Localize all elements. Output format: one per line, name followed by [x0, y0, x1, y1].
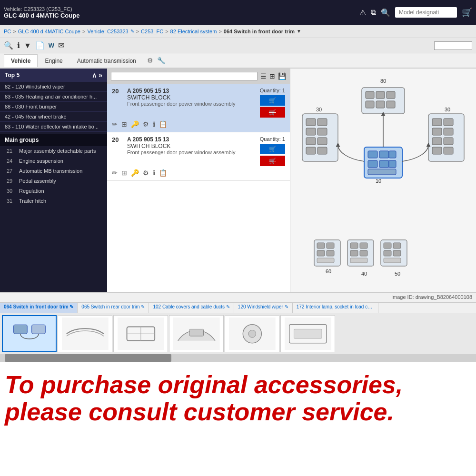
- part-desc-2: Front passenger door power window assemb…: [127, 149, 256, 155]
- svg-rect-35: [317, 243, 325, 248]
- svg-rect-49: [384, 250, 391, 256]
- thumb-label-1[interactable]: 065 Switch in rear door trim ✎: [78, 303, 149, 313]
- breadcrumb-dropdown[interactable]: ▼: [297, 29, 301, 34]
- nav-settings-icon[interactable]: ⚙: [147, 57, 153, 64]
- tab-engine[interactable]: Engine: [38, 54, 69, 67]
- thumb-label-4[interactable]: 172 Interior lamp, socket in load compar…: [293, 303, 378, 313]
- svg-rect-5: [366, 101, 374, 108]
- sidebar-group-item-29[interactable]: 29 Pedal assembly: [0, 176, 107, 186]
- svg-rect-13: [306, 138, 316, 145]
- svg-rect-36: [327, 243, 334, 248]
- thumb-img-2[interactable]: [113, 315, 168, 352]
- svg-rect-41: [350, 243, 358, 248]
- parts-save-icon[interactable]: 💾: [278, 72, 286, 80]
- part-details-1: A 205 905 15 13 SWITCH BLOCK Front passe…: [127, 88, 256, 107]
- thumb-label-3[interactable]: 120 Windshield wiper ✎: [234, 303, 293, 313]
- doc-icon-2[interactable]: 📋: [159, 169, 167, 177]
- sidebar-item-4[interactable]: 83 - 110 Water deflector with intake bo.…: [0, 122, 107, 132]
- parts-grid-icon[interactable]: ⊞: [269, 72, 275, 80]
- svg-rect-21: [444, 128, 453, 135]
- vehicle-edit-icon[interactable]: ✎: [130, 29, 134, 34]
- sidebar-item-3[interactable]: 42 - 045 Rear wheel brake: [0, 112, 107, 122]
- toolbar-search-input[interactable]: [434, 41, 472, 50]
- diagram-label-60: 60: [326, 268, 331, 274]
- key-icon-2[interactable]: 🔑: [131, 169, 139, 177]
- word-icon[interactable]: W: [49, 42, 54, 49]
- model-search-input[interactable]: [395, 7, 457, 18]
- sidebar-item-2[interactable]: 88 - 030 Front bumper: [0, 102, 107, 112]
- breadcrumb-fc[interactable]: C253_FC: [141, 29, 163, 34]
- diagram-component-bottom-1: [314, 240, 340, 266]
- svg-rect-52: [7, 318, 52, 350]
- part-icons-row-2: ✏ ⊞ 🔑 ⚙ ℹ 📋: [112, 169, 285, 177]
- sidebar-group-item-30[interactable]: 30 Regulation: [0, 186, 107, 196]
- zoom-icon[interactable]: 🔍: [4, 41, 13, 50]
- svg-rect-53: [13, 325, 27, 334]
- add-to-cart-btn-2[interactable]: 🛒: [260, 144, 285, 154]
- add-to-cart-btn-1[interactable]: 🛒: [260, 95, 285, 106]
- cart-icon[interactable]: 🛒: [462, 7, 472, 18]
- breadcrumb-pc[interactable]: PC: [4, 29, 11, 34]
- top5-label: Top 5: [5, 72, 20, 79]
- breadcrumb-vehicle[interactable]: Vehicle: C253323: [87, 29, 128, 34]
- settings-icon-2[interactable]: ⚙: [143, 169, 149, 177]
- thumb-img-4[interactable]: [225, 315, 279, 352]
- info-icon-1[interactable]: ℹ: [153, 120, 155, 128]
- edit-icon-1[interactable]: ✏: [112, 120, 118, 128]
- edit-icon-2[interactable]: ✏: [112, 169, 118, 177]
- svg-rect-12: [317, 128, 327, 135]
- sidebar-item-1[interactable]: 83 - 035 Heating and air conditioner h..…: [0, 92, 107, 102]
- sidebar-item-0[interactable]: 82 - 120 Windshield wiper: [0, 82, 107, 92]
- thumb-img-3[interactable]: [169, 315, 224, 352]
- svg-rect-67: [294, 329, 322, 338]
- main-groups-header: Main groups: [0, 134, 107, 146]
- no-btn-2[interactable]: 🛒: [260, 156, 285, 166]
- email-icon[interactable]: ✉: [58, 41, 64, 50]
- header-right: ⚠ ⧉ 🔍 🛒: [359, 7, 472, 18]
- table-icon-2[interactable]: ⊞: [121, 169, 127, 177]
- svg-rect-15: [306, 147, 316, 154]
- scroll-thumb[interactable]: [5, 354, 171, 362]
- no-btn-1[interactable]: 🛒: [260, 107, 285, 118]
- thumb-img-1[interactable]: [58, 315, 112, 352]
- table-icon-1[interactable]: ⊞: [121, 120, 127, 128]
- thumb-label-0[interactable]: 064 Switch in front door trim ✎: [0, 303, 78, 313]
- svg-rect-27: [368, 151, 377, 158]
- svg-rect-54: [31, 325, 45, 334]
- parts-list-icon[interactable]: ☰: [260, 72, 267, 80]
- thumb-img-5[interactable]: [280, 315, 335, 352]
- info-icon[interactable]: ℹ: [17, 41, 20, 50]
- search-icon-header[interactable]: 🔍: [381, 8, 390, 17]
- doc-icon-1[interactable]: 📋: [159, 120, 167, 128]
- sidebar-group-item-21[interactable]: 21 Major assembly detachable parts: [0, 146, 107, 156]
- top5-toggle[interactable]: ∧ »: [92, 71, 102, 79]
- thumb-label-2[interactable]: 102 Cable covers and cable ducts ✎: [149, 303, 234, 313]
- warning-icon[interactable]: ⚠: [359, 8, 366, 17]
- copy-icon[interactable]: ⧉: [371, 8, 376, 17]
- nav-tools-icon[interactable]: 🔧: [157, 57, 165, 64]
- breadcrumb-glc[interactable]: GLC 400 d 4MATIC Coupe: [18, 29, 80, 34]
- part-icons-row-1: ✏ ⊞ 🔑 ⚙ ℹ 📋: [112, 120, 285, 128]
- svg-rect-55: [62, 317, 109, 350]
- parts-search-input[interactable]: [111, 72, 258, 80]
- thumb-img-0[interactable]: [2, 315, 57, 352]
- qty-label-1: Quantity: 1: [260, 88, 285, 93]
- sidebar-group-item-27[interactable]: 27 Automatic MB transmission: [0, 166, 107, 176]
- tab-automatic-transmission[interactable]: Automatic transmission: [70, 54, 143, 67]
- part-number-2: A 205 905 15 13: [127, 136, 256, 143]
- diagram-svg: 80 70 30 30 20 10 60 40 50: [290, 69, 476, 292]
- settings-icon-1[interactable]: ⚙: [143, 120, 149, 128]
- breadcrumb-electrical[interactable]: 82 Electrical system: [170, 29, 217, 34]
- vehicle-id: Vehicle: C253323 (C253_FC): [4, 6, 79, 12]
- sidebar-group-item-31[interactable]: 31 Trailer hitch: [0, 196, 107, 206]
- print-icon[interactable]: 📄: [35, 41, 45, 50]
- top5-header: Top 5 ∧ »: [0, 69, 107, 82]
- filter-icon[interactable]: ▼: [24, 41, 31, 50]
- sidebar-group-item-24[interactable]: 24 Engine suspension: [0, 156, 107, 166]
- tab-vehicle[interactable]: Vehicle: [4, 54, 38, 67]
- part-item-2[interactable]: 20 A 205 905 15 13 SWITCH BLOCK Front pa…: [107, 132, 290, 181]
- scroll-track-bar: [0, 354, 476, 362]
- info-icon-2[interactable]: ℹ: [153, 169, 155, 177]
- key-icon-1[interactable]: 🔑: [131, 120, 139, 128]
- part-item-1[interactable]: 20 A 205 905 15 13 SWITCH BLOCK Front pa…: [107, 84, 290, 132]
